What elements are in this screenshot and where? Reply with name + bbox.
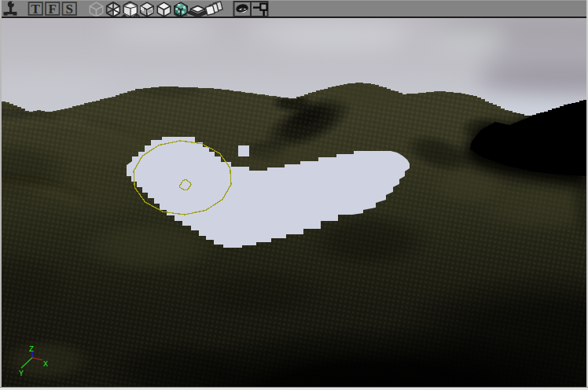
- svg-text:S: S: [65, 2, 72, 17]
- svg-text:T: T: [31, 2, 41, 17]
- svg-text:F: F: [49, 2, 57, 17]
- svg-text:Z: Z: [29, 345, 34, 354]
- svg-text:X: X: [43, 360, 48, 369]
- svg-text:Y: Y: [19, 370, 24, 378]
